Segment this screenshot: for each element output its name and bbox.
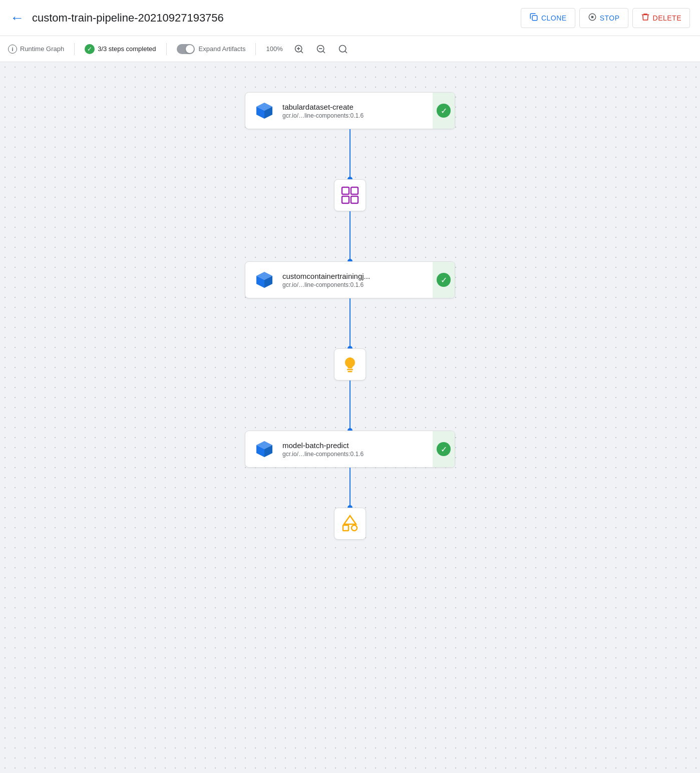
delete-label: DELETE xyxy=(653,14,681,22)
node-3-subtitle: gcr.io/…line-components:0.1.6 xyxy=(282,451,447,458)
stop-label: STOP xyxy=(600,14,620,22)
node-1-name: tabulardataset-create xyxy=(282,103,447,111)
svg-rect-26 xyxy=(343,525,348,531)
node-1-status: ✓ xyxy=(433,93,455,129)
node-3-check-icon: ✓ xyxy=(437,442,451,456)
clone-label: CLONE xyxy=(541,14,567,22)
zoom-out-button[interactable] xyxy=(315,43,327,55)
node-2-check-icon: ✓ xyxy=(437,273,451,287)
expand-artifacts-label: Expand Artifacts xyxy=(199,45,246,53)
shapes-icon xyxy=(340,514,360,533)
zoom-level: 100% xyxy=(266,45,282,53)
delete-icon xyxy=(641,13,650,24)
artifact-node-1[interactable] xyxy=(334,179,366,211)
steps-completed-label: 3/3 steps completed xyxy=(98,45,156,53)
svg-rect-18 xyxy=(347,369,353,370)
stop-icon xyxy=(588,13,597,24)
node-3-status: ✓ xyxy=(433,431,455,467)
svg-rect-19 xyxy=(348,371,353,372)
model-icon xyxy=(341,355,359,373)
node-2-name: customcontainertrainingj... xyxy=(282,272,447,280)
clone-icon xyxy=(529,13,538,24)
node-1-icon xyxy=(253,100,275,122)
delete-button[interactable]: DELETE xyxy=(632,8,690,28)
toolbar-divider-3 xyxy=(255,43,256,55)
node-1-check-icon: ✓ xyxy=(437,104,451,118)
node-2-status: ✓ xyxy=(433,262,455,298)
node-3-icon xyxy=(253,438,275,460)
pipeline-node-1[interactable]: tabulardataset-create gcr.io/…line-compo… xyxy=(245,92,455,129)
steps-check-icon: ✓ xyxy=(85,44,95,54)
toolbar-divider-2 xyxy=(166,43,167,55)
pipeline-canvas: tabulardataset-create gcr.io/…line-compo… xyxy=(0,62,700,773)
node-2-subtitle: gcr.io/…line-components:0.1.6 xyxy=(282,281,447,288)
artifact-node-2[interactable] xyxy=(334,348,366,380)
pipeline-node-2[interactable]: customcontainertrainingj... gcr.io/…line… xyxy=(245,261,455,298)
connector-4 xyxy=(349,380,351,431)
runtime-graph-item[interactable]: i Runtime Graph xyxy=(8,45,64,54)
node-3-name: model-batch-predict xyxy=(282,441,447,450)
node-2-icon xyxy=(253,269,275,291)
node-3-info: model-batch-predict gcr.io/…line-compone… xyxy=(282,441,447,458)
svg-rect-2 xyxy=(591,16,593,18)
dataset-icon xyxy=(341,186,359,204)
svg-rect-0 xyxy=(532,16,537,21)
pipeline-flow: tabulardataset-create gcr.io/…line-compo… xyxy=(225,92,475,540)
node-1-info: tabulardataset-create gcr.io/…line-compo… xyxy=(282,103,447,119)
toggle-switch[interactable] xyxy=(177,44,195,54)
svg-rect-10 xyxy=(342,187,349,194)
stop-button[interactable]: STOP xyxy=(579,8,628,28)
connector-3 xyxy=(349,298,351,348)
connector-1 xyxy=(349,129,351,179)
svg-rect-11 xyxy=(351,187,358,194)
back-button[interactable]: ← xyxy=(10,10,24,26)
expand-artifacts-toggle[interactable]: Expand Artifacts xyxy=(177,44,246,54)
artifact-node-3[interactable] xyxy=(334,508,366,540)
svg-rect-12 xyxy=(342,196,349,203)
zoom-in-button[interactable] xyxy=(293,43,305,55)
steps-completed: ✓ 3/3 steps completed xyxy=(85,44,156,54)
svg-point-27 xyxy=(352,525,357,531)
header-actions: CLONE STOP DELETE xyxy=(521,8,690,28)
zoom-reset-button[interactable] xyxy=(337,43,349,55)
page-title: custom-train-pipeline-20210927193756 xyxy=(32,12,513,25)
runtime-graph-label: Runtime Graph xyxy=(20,45,64,53)
node-2-info: customcontainertrainingj... gcr.io/…line… xyxy=(282,272,447,288)
info-icon: i xyxy=(8,45,17,54)
svg-rect-13 xyxy=(351,196,358,203)
svg-marker-25 xyxy=(344,516,356,524)
clone-button[interactable]: CLONE xyxy=(521,8,575,28)
connector-2 xyxy=(349,211,351,261)
page-header: ← custom-train-pipeline-20210927193756 C… xyxy=(0,0,700,36)
node-1-subtitle: gcr.io/…line-components:0.1.6 xyxy=(282,112,447,119)
toolbar: i Runtime Graph ✓ 3/3 steps completed Ex… xyxy=(0,36,700,62)
pipeline-node-3[interactable]: model-batch-predict gcr.io/…line-compone… xyxy=(245,431,455,468)
connector-5 xyxy=(349,468,351,508)
toolbar-divider-1 xyxy=(74,43,75,55)
